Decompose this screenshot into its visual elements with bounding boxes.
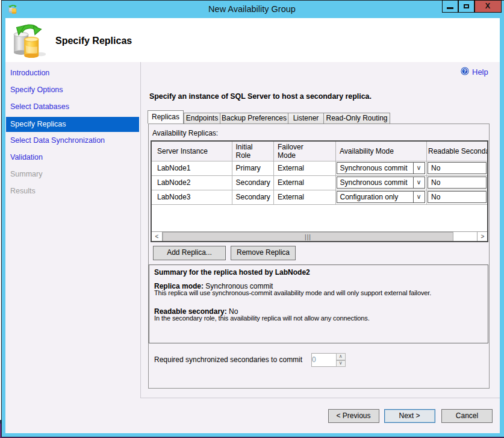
svg-text:?: ? xyxy=(463,68,467,74)
